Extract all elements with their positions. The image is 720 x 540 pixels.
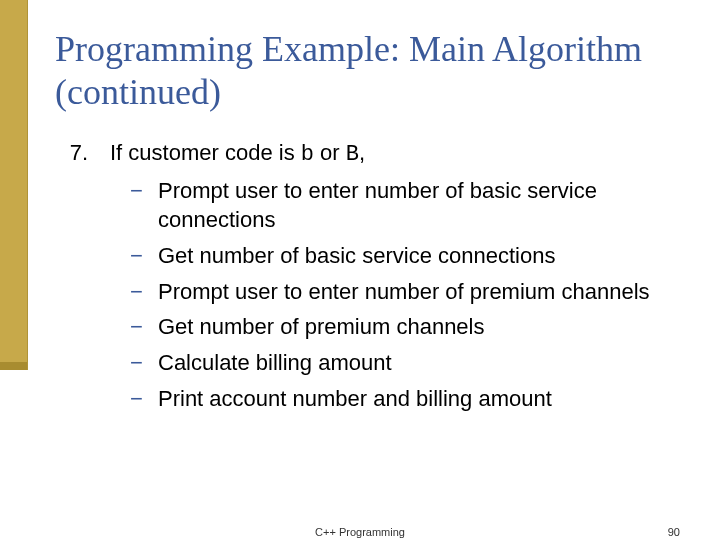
sub-item: − Get number of basic service connection… xyxy=(130,241,672,271)
slide-body: 7. If customer code is b or B, − Prompt … xyxy=(62,138,672,420)
page-number: 90 xyxy=(668,526,680,538)
footer-text: C++ Programming xyxy=(315,526,405,538)
sub-item-text: Prompt user to enter number of premium c… xyxy=(158,277,650,307)
dash-icon: − xyxy=(130,312,144,342)
sub-item-text: Calculate billing amount xyxy=(158,348,392,378)
sublist: − Prompt user to enter number of basic s… xyxy=(130,176,672,414)
sub-item-text: Print account number and billing amount xyxy=(158,384,552,414)
dash-icon: − xyxy=(130,348,144,378)
sub-item-text: Get number of premium channels xyxy=(158,312,485,342)
sub-item: − Prompt user to enter number of premium… xyxy=(130,277,672,307)
list-item-7: 7. If customer code is b or B, xyxy=(62,138,672,170)
list-item-text: If customer code is b or B, xyxy=(110,138,365,170)
dash-icon: − xyxy=(130,277,144,307)
sub-item: − Calculate billing amount xyxy=(130,348,672,378)
sub-item: − Get number of premium channels xyxy=(130,312,672,342)
sub-item: − Prompt user to enter number of basic s… xyxy=(130,176,672,235)
sub-item-text: Get number of basic service connections xyxy=(158,241,555,271)
accent-bar xyxy=(0,0,28,370)
dash-icon: − xyxy=(130,384,144,414)
sub-item: − Print account number and billing amoun… xyxy=(130,384,672,414)
slide-title: Programming Example: Main Algorithm (con… xyxy=(55,28,675,114)
list-number: 7. xyxy=(62,138,88,170)
dash-icon: − xyxy=(130,241,144,271)
sub-item-text: Prompt user to enter number of basic ser… xyxy=(158,176,672,235)
dash-icon: − xyxy=(130,176,144,235)
